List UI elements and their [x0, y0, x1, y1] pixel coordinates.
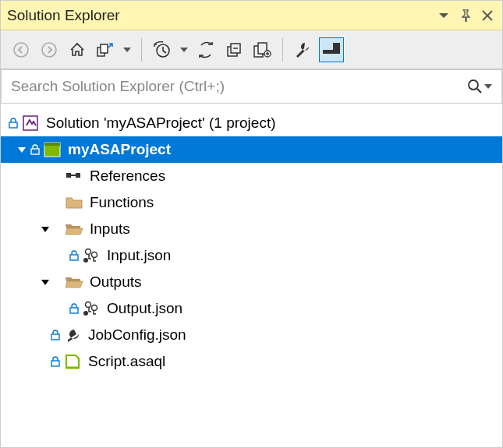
svg-point-1: [42, 43, 56, 57]
svg-rect-10: [323, 50, 340, 54]
toolbar: [1, 30, 502, 69]
window-position-icon[interactable]: [435, 7, 452, 24]
svg-rect-19: [76, 173, 80, 178]
svg-rect-3: [101, 44, 108, 53]
project-node[interactable]: myASAProject: [1, 136, 502, 163]
inputs-node[interactable]: Inputs: [1, 216, 502, 242]
project-icon: [43, 140, 62, 159]
svg-rect-28: [51, 334, 59, 340]
svg-point-0: [14, 43, 28, 57]
input-json-label: Input.json: [105, 247, 171, 264]
references-icon: [65, 167, 83, 185]
project-label: myASAProject: [66, 141, 171, 158]
lock-icon: [7, 118, 19, 129]
json-file-icon: [82, 299, 101, 318]
svg-point-25: [86, 302, 91, 308]
show-all-files-button[interactable]: [250, 37, 275, 62]
svg-point-26: [92, 305, 97, 311]
search-input[interactable]: [11, 78, 467, 95]
refresh-button[interactable]: [193, 37, 218, 62]
input-json-node[interactable]: Input.json: [1, 242, 502, 269]
search-icon[interactable]: [467, 79, 492, 94]
script-label: Script.asaql: [87, 353, 165, 370]
pending-changes-button[interactable]: [150, 37, 175, 62]
svg-rect-14: [23, 116, 37, 130]
jobconfig-label: JobConfig.json: [87, 326, 186, 344]
lock-icon: [68, 250, 80, 261]
output-json-label: Output.json: [105, 300, 182, 317]
back-button[interactable]: [9, 37, 34, 62]
inputs-label: Inputs: [88, 220, 130, 238]
svg-rect-11: [333, 43, 340, 50]
svg-point-21: [86, 249, 91, 255]
lock-icon: [68, 303, 80, 314]
config-file-icon: [63, 326, 82, 344]
toolbar-separator: [141, 38, 142, 62]
solution-label: Solution 'myASAProject' (1 project): [44, 115, 275, 132]
expander-icon[interactable]: [38, 222, 52, 236]
script-node[interactable]: Script.asaql: [1, 348, 502, 375]
svg-rect-20: [70, 255, 78, 260]
svg-point-27: [83, 311, 88, 316]
tree-view: Solution 'myASAProject' (1 project) myAS…: [1, 104, 502, 447]
solution-icon: [21, 114, 40, 132]
folder-open-icon: [65, 273, 83, 291]
output-json-node[interactable]: Output.json: [1, 295, 502, 322]
home-button[interactable]: [65, 37, 90, 62]
json-file-icon: [82, 246, 101, 265]
sync-with-active-button[interactable]: [93, 37, 118, 62]
lock-icon: [49, 356, 62, 367]
pending-dropdown-icon[interactable]: [178, 37, 190, 62]
functions-label: Functions: [88, 194, 154, 211]
solution-explorer-panel: Solution Explorer: [0, 0, 503, 448]
references-label: References: [88, 168, 165, 185]
svg-rect-24: [70, 308, 78, 313]
references-node[interactable]: References: [1, 163, 502, 189]
titlebar: Solution Explorer: [1, 1, 502, 30]
close-icon[interactable]: [479, 7, 496, 24]
toolbar-separator: [282, 38, 283, 62]
svg-point-23: [83, 258, 88, 263]
jobconfig-node[interactable]: JobConfig.json: [1, 322, 502, 348]
panel-title: Solution Explorer: [7, 7, 430, 24]
svg-rect-29: [51, 361, 59, 366]
lock-icon: [29, 144, 41, 155]
forward-button[interactable]: [37, 37, 62, 62]
outputs-node[interactable]: Outputs: [1, 269, 502, 295]
svg-point-22: [92, 252, 97, 258]
properties-button[interactable]: [291, 37, 316, 62]
script-file-icon: [63, 352, 82, 371]
folder-icon: [65, 193, 83, 212]
svg-rect-17: [44, 143, 60, 146]
pin-icon[interactable]: [457, 7, 474, 24]
lock-icon: [49, 330, 62, 340]
collapse-all-button[interactable]: [221, 37, 246, 62]
expander-icon[interactable]: [15, 143, 29, 157]
expander-icon[interactable]: [38, 275, 52, 289]
svg-rect-13: [9, 122, 17, 128]
sync-dropdown-icon[interactable]: [121, 37, 133, 62]
svg-rect-18: [66, 173, 71, 178]
svg-point-12: [469, 80, 478, 90]
search-bar: [1, 69, 502, 104]
preview-button[interactable]: [319, 37, 344, 62]
outputs-label: Outputs: [88, 273, 142, 291]
folder-open-icon: [65, 220, 83, 238]
solution-node[interactable]: Solution 'myASAProject' (1 project): [1, 110, 502, 136]
functions-node[interactable]: Functions: [1, 189, 502, 216]
svg-rect-15: [31, 149, 39, 154]
